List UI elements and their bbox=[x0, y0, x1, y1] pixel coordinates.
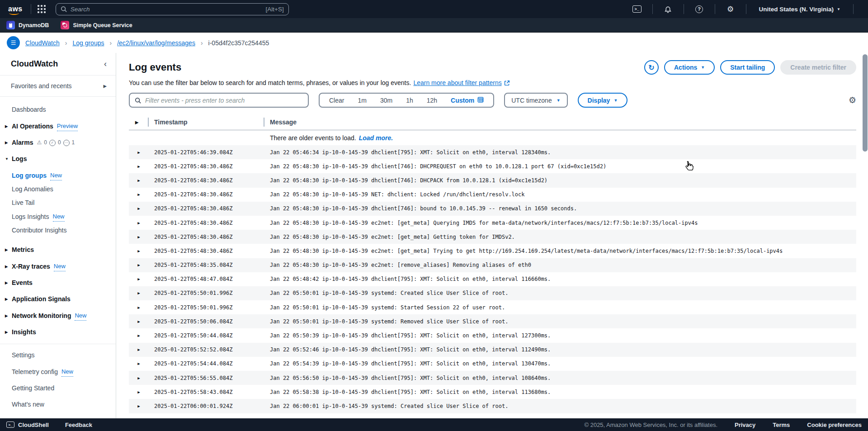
sidebar-item-settings[interactable]: Settings bbox=[0, 350, 116, 360]
expand-row-icon[interactable]: ▶ bbox=[129, 263, 149, 267]
expand-row-icon[interactable]: ▶ bbox=[129, 376, 149, 380]
expand-row-icon[interactable]: ▶ bbox=[129, 206, 149, 211]
cloudshell-footer-button[interactable]: >_ CloudShell bbox=[6, 422, 49, 428]
sidebar-item-insights[interactable]: ▶Insights bbox=[0, 327, 116, 337]
sidebar-item-telemetry-config[interactable]: Telemetry configNew bbox=[0, 367, 116, 377]
expand-row-icon[interactable]: ▶ bbox=[129, 404, 149, 408]
favorite-service-dynamodb[interactable]: DynamoDB bbox=[6, 21, 49, 29]
sidebar-item-label: Logs Insights bbox=[12, 212, 49, 222]
help-icon[interactable]: ? bbox=[690, 5, 708, 13]
column-header-timestamp[interactable]: Timestamp bbox=[149, 118, 264, 126]
chevron-collapsed-icon: ▶ bbox=[5, 327, 8, 337]
timezone-dropdown[interactable]: UTC timezone ▼ bbox=[504, 93, 567, 108]
sidebar-item-alarms[interactable]: ▶Alarms⚠0✓0⋯1 bbox=[0, 138, 116, 147]
sidebar-item-what-s-new[interactable]: What's new bbox=[0, 400, 116, 409]
expand-row-icon[interactable]: ▶ bbox=[129, 249, 149, 253]
new-link[interactable]: New bbox=[75, 311, 86, 321]
sidebar-item-ai-operations[interactable]: ▶AI OperationsPreview bbox=[0, 121, 116, 131]
time-range-1m[interactable]: 1m bbox=[351, 97, 373, 104]
sidebar-item-dashboards[interactable]: Dashboards bbox=[0, 105, 116, 114]
expand-row-icon[interactable]: ▶ bbox=[129, 221, 149, 225]
sidebar-item-logs[interactable]: ▼Logs bbox=[0, 154, 116, 164]
time-range-1h[interactable]: 1h bbox=[399, 97, 420, 104]
favorite-service-simple-queue-service[interactable]: Simple Queue Service bbox=[61, 21, 132, 29]
sidebar-item-log-anomalies[interactable]: Log Anomalies bbox=[0, 185, 116, 194]
expand-row-icon[interactable]: ▶ bbox=[129, 390, 149, 394]
expand-row-icon[interactable]: ▶ bbox=[129, 361, 149, 366]
table-preferences-gear-icon[interactable]: ⚙ bbox=[849, 95, 856, 105]
services-grid-icon[interactable] bbox=[38, 5, 46, 13]
log-event-row: ▶2025-01-22T05:48:30.486ZJan 22 05:48:30… bbox=[129, 173, 856, 187]
sidebar-item-application-signals[interactable]: ▶Application Signals bbox=[0, 294, 116, 304]
divider bbox=[0, 96, 116, 97]
display-dropdown[interactable]: Display ▼ bbox=[578, 93, 628, 108]
learn-more-link[interactable]: Learn more about filter patterns bbox=[413, 79, 501, 86]
cloudshell-icon[interactable]: >_ bbox=[628, 5, 646, 13]
time-range-12h[interactable]: 12h bbox=[420, 97, 444, 104]
column-header-message[interactable]: Message bbox=[264, 118, 856, 126]
expand-row-icon[interactable]: ▶ bbox=[129, 277, 149, 281]
message-cell: Jan 22 05:56:50 ip-10-0-145-39 dhclient[… bbox=[264, 375, 856, 381]
expand-row-icon[interactable]: ▶ bbox=[129, 178, 149, 183]
time-range-clear[interactable]: Clear bbox=[322, 97, 351, 104]
filter-events-input[interactable]: Filter events - press enter to search bbox=[129, 93, 309, 108]
sidebar-item-contributor-insights[interactable]: Contributor Insights bbox=[0, 226, 116, 235]
notifications-bell-icon[interactable] bbox=[659, 5, 677, 13]
new-link[interactable]: New bbox=[50, 171, 62, 180]
preview-link[interactable]: Preview bbox=[57, 121, 78, 131]
sidebar-item-getting-started[interactable]: Getting Started bbox=[0, 384, 116, 393]
actions-button[interactable]: Actions ▼ bbox=[664, 60, 715, 75]
breadcrumb-item-1[interactable]: Log groups bbox=[72, 39, 104, 47]
footer-link-cookie-preferences[interactable]: Cookie preferences bbox=[807, 422, 862, 428]
new-link[interactable]: New bbox=[61, 367, 73, 377]
sidebar-item-live-tail[interactable]: Live Tail bbox=[0, 198, 116, 208]
log-event-row: ▶2025-01-22T05:48:30.486ZJan 22 05:48:30… bbox=[129, 202, 856, 216]
sqs-icon bbox=[61, 21, 69, 29]
expand-row-icon[interactable]: ▶ bbox=[129, 150, 149, 155]
breadcrumb-item-0[interactable]: CloudWatch bbox=[25, 39, 60, 47]
message-cell: Jan 22 05:50:01 ip-10-0-145-39 systemd: … bbox=[264, 290, 856, 296]
expand-row-icon[interactable]: ▶ bbox=[129, 333, 149, 338]
sidebar-collapse-icon[interactable]: ‹ bbox=[104, 59, 107, 69]
sidebar-item-events[interactable]: ▶Events bbox=[0, 278, 116, 288]
expand-row-icon[interactable]: ▶ bbox=[129, 305, 149, 310]
sidebar-item-log-groups[interactable]: Log groupsNew bbox=[0, 171, 116, 180]
vertical-scrollbar-thumb[interactable] bbox=[863, 54, 868, 152]
region-selector[interactable]: United States (N. Virginia) ▼ bbox=[753, 6, 847, 13]
expand-row-icon[interactable]: ▶ bbox=[129, 192, 149, 197]
settings-gear-icon[interactable]: ⚙ bbox=[722, 5, 740, 13]
footer-link-terms[interactable]: Terms bbox=[773, 422, 790, 428]
sidebar-item-label: Alarms bbox=[12, 138, 33, 147]
feedback-button[interactable]: Feedback bbox=[65, 422, 92, 428]
insufficient-data-icon: ⋯ bbox=[63, 140, 70, 146]
timestamp-cell: 2025-01-22T05:50:44.084Z bbox=[149, 332, 264, 339]
expand-row-icon[interactable]: ▶ bbox=[129, 164, 149, 169]
sidebar-item-logs-insights[interactable]: Logs InsightsNew bbox=[0, 212, 116, 222]
hamburger-menu-icon[interactable]: ☰ bbox=[7, 36, 20, 49]
expand-row-icon[interactable]: ▶ bbox=[129, 319, 149, 324]
global-search-input[interactable]: Search [Alt+S] bbox=[56, 3, 289, 15]
chevron-collapsed-icon: ▶ bbox=[5, 278, 8, 288]
sidebar-item-x-ray-traces[interactable]: ▶X-Ray tracesNew bbox=[0, 261, 116, 271]
footer-link-privacy[interactable]: Privacy bbox=[735, 422, 755, 428]
expand-all-icon[interactable]: ▸ bbox=[129, 118, 149, 126]
sidebar-item-favorites-and-recents[interactable]: Favorites and recents ▸ bbox=[0, 82, 116, 90]
create-metric-filter-button[interactable]: Create metric filter bbox=[780, 60, 856, 75]
time-range-custom[interactable]: Custom bbox=[444, 96, 491, 104]
sidebar-item-network-monitoring[interactable]: ▶Network MonitoringNew bbox=[0, 311, 116, 321]
start-tailing-button[interactable]: Start tailing bbox=[720, 60, 775, 75]
log-events-table: ▸ Timestamp Message There are older even… bbox=[129, 114, 856, 413]
breadcrumb-item-2[interactable]: /ec2/linux/var/log/messages bbox=[117, 39, 195, 47]
message-cell: Jan 22 05:48:30 ip-10-0-145-39 ec2net: [… bbox=[264, 220, 856, 226]
expand-row-icon[interactable]: ▶ bbox=[129, 347, 149, 352]
aws-logo[interactable]: aws bbox=[8, 5, 24, 13]
new-link[interactable]: New bbox=[54, 261, 66, 271]
new-link[interactable]: New bbox=[53, 212, 65, 222]
display-label: Display bbox=[588, 97, 610, 104]
expand-row-icon[interactable]: ▶ bbox=[129, 235, 149, 239]
time-range-30m[interactable]: 30m bbox=[373, 97, 399, 104]
load-more-link[interactable]: Load more. bbox=[359, 134, 393, 142]
sidebar-item-metrics[interactable]: ▶Metrics bbox=[0, 245, 116, 255]
refresh-button[interactable]: ↻ bbox=[644, 60, 659, 75]
expand-row-icon[interactable]: ▶ bbox=[129, 291, 149, 295]
